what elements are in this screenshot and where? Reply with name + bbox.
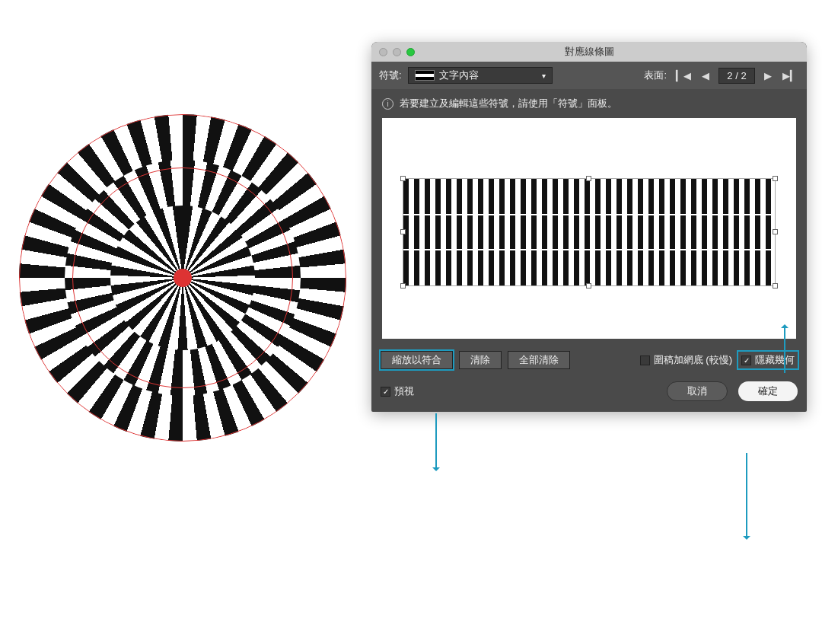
checkbox-icon: [640, 355, 650, 365]
bbox-handle[interactable]: [400, 229, 406, 234]
bbox-handle[interactable]: [773, 229, 778, 234]
prev-surface-button[interactable]: ◀: [700, 70, 711, 81]
artwork-center: [174, 269, 192, 287]
surface-label: 表面:: [644, 69, 667, 82]
next-surface-button[interactable]: ▶: [763, 70, 773, 81]
symbol-swatch-icon: [415, 70, 435, 81]
bbox-handle[interactable]: [773, 283, 778, 289]
bbox-handle[interactable]: [586, 283, 591, 289]
annotation-arrow: [746, 453, 747, 537]
bbox-handle[interactable]: [773, 176, 778, 181]
checkbox-icon: [381, 387, 390, 397]
bbox-handle[interactable]: [400, 176, 406, 181]
cancel-button[interactable]: 取消: [667, 381, 728, 401]
symbol-selected-label: 文字內容: [439, 69, 479, 82]
surface-index: 2 / 2: [718, 68, 755, 84]
last-surface-button[interactable]: ▶▎: [781, 70, 799, 81]
info-row: i 若要建立及編輯這些符號，請使用「符號」面板。: [371, 89, 807, 118]
preview-artwork[interactable]: [403, 179, 775, 285]
annotation-arrow: [784, 327, 785, 373]
shade-checkbox[interactable]: 圍稿加網底 (較慢): [640, 353, 732, 367]
checkbox-label: 隱藏幾何: [755, 353, 795, 367]
dialog-toolbar: 符號: 文字內容 ▾ 表面: ▎◀ ◀ 2 / 2 ▶ ▶▎: [371, 62, 807, 89]
info-text: 若要建立及編輯這些符號，請使用「符號」面板。: [400, 97, 617, 110]
first-surface-button[interactable]: ▎◀: [674, 70, 693, 81]
info-icon: i: [382, 98, 393, 110]
canvas-artwork: [19, 114, 346, 442]
footer-row: 預視 取消 確定: [371, 377, 807, 412]
clear-button[interactable]: 清除: [459, 351, 502, 369]
scale-to-fit-button[interactable]: 縮放以符合: [381, 351, 453, 369]
symbol-label: 符號:: [379, 69, 402, 82]
clear-all-button[interactable]: 全部清除: [508, 351, 570, 369]
symbol-dropdown[interactable]: 文字內容 ▾: [408, 67, 553, 84]
chevron-down-icon: ▾: [542, 72, 546, 80]
dialog-title: 對應線條圖: [371, 45, 807, 59]
preview-checkbox[interactable]: 預視: [381, 384, 414, 398]
bbox-handle[interactable]: [400, 283, 406, 289]
bbox-handle[interactable]: [586, 176, 591, 181]
checkbox-label: 圍稿加網底 (較慢): [654, 353, 732, 367]
hide-geometry-checkbox[interactable]: 隱藏幾何: [738, 352, 798, 368]
titlebar[interactable]: 對應線條圖: [371, 42, 807, 62]
checkbox-label: 預視: [394, 384, 414, 398]
checkbox-icon: [741, 355, 751, 365]
ok-button[interactable]: 確定: [738, 381, 798, 401]
annotation-arrow: [435, 413, 437, 468]
map-art-dialog: 對應線條圖 符號: 文字內容 ▾ 表面: ▎◀ ◀ 2 / 2 ▶ ▶▎ i 若…: [371, 42, 807, 412]
action-row: 縮放以符合 清除 全部清除 圍稿加網底 (較慢) 隱藏幾何: [371, 348, 807, 377]
preview-area[interactable]: [382, 118, 796, 339]
